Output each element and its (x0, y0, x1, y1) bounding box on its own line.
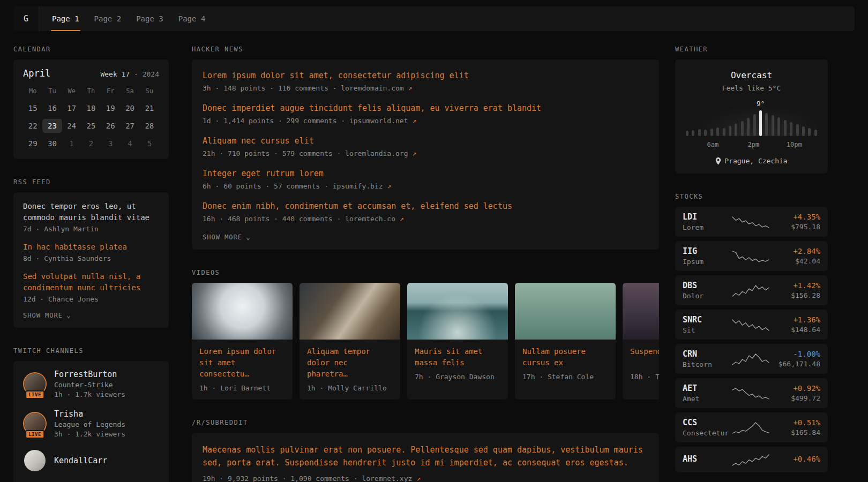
stock-change: +1.36% (771, 315, 820, 324)
stock-sparkline (730, 317, 771, 332)
external-link-icon[interactable]: ↗ (400, 215, 404, 223)
stock-row[interactable]: IIG Ipsum +2.84% $42.04 (675, 241, 828, 271)
external-link-icon[interactable]: ↗ (412, 149, 416, 157)
hn-meta-text: 1d · 1,414 points · 299 comments · ipsum… (203, 117, 408, 125)
calendar-week: Week 17 (100, 70, 130, 78)
hn-item: Lorem ipsum dolor sit amet, consectetur … (203, 70, 648, 92)
hn-show-more-button[interactable]: SHOW MORE ⌄ (203, 234, 648, 241)
videos-row: Lorem ipsum dolor sit amet consectetu… 1… (192, 283, 659, 400)
calendar-day: 22 (23, 119, 42, 133)
widget-label: WEATHER (675, 46, 828, 53)
stock-row[interactable]: AHS +0.46% (675, 447, 828, 472)
stock-row[interactable]: CRN Bitcorn -1.00% $66,171.48 (675, 344, 828, 374)
twitch-channel-name: ForrestBurton (54, 370, 125, 379)
rss-item-meta: 7d · Ashlyn Martin (23, 225, 159, 233)
twitch-channel-row[interactable]: LIVE Trisha League of Legends 3h · 1.2k … (23, 409, 159, 438)
external-link-icon[interactable]: ↗ (412, 117, 416, 125)
widget-label: STOCKS (675, 193, 828, 200)
hn-item-title[interactable]: Aliquam nec cursus elit (203, 135, 648, 147)
stock-sparkline (730, 214, 771, 229)
video-card[interactable]: Aliquam tempor dolor nec pharetra… 1h · … (300, 283, 400, 400)
twitch-widget: TWITCH CHANNELS LIVE ForrestBurton Count… (13, 347, 169, 482)
rss-item: In hac habitasse platea 8d · Cynthia Sau… (23, 242, 159, 262)
tab-label: Page 2 (94, 14, 122, 23)
calendar-day-next-month: 1 (62, 137, 81, 150)
hn-item-meta: 1d · 1,414 points · 299 comments · ipsum… (203, 117, 648, 125)
rss-item-title[interactable]: In hac habitasse platea (23, 242, 159, 253)
stock-row[interactable]: AET Amet +0.92% $499.72 (675, 378, 828, 408)
external-link-icon[interactable]: ↗ (387, 182, 391, 190)
weather-bar (692, 130, 694, 136)
hn-item-title[interactable]: Donec enim nibh, condimentum et accumsan… (203, 201, 648, 212)
stock-id: CCS Consectetur (683, 418, 730, 437)
hn-meta-text: 3h · 148 points · 116 comments · loremdo… (203, 84, 404, 92)
video-body: Aliquam tempor dolor nec pharetra… 1h · … (300, 340, 400, 400)
hn-item-title[interactable]: Lorem ipsum dolor sit amet, consectetur … (203, 70, 648, 81)
external-link-icon[interactable]: ↗ (416, 475, 421, 482)
video-thumbnail (192, 283, 293, 340)
stock-values: +2.84% $42.04 (771, 247, 820, 265)
hn-item-meta: 3h · 148 points · 116 comments · loremdo… (203, 84, 648, 92)
video-card[interactable]: Suspendisse diam 18h · Tara (623, 283, 659, 400)
weather-location[interactable]: Prague, Czechia (685, 157, 818, 165)
rss-item-title[interactable]: Donec tempor eros leo, ut commodo mauris… (23, 201, 159, 223)
videos-widget: VIDEOS Lorem ipsum dolor sit amet consec… (192, 269, 659, 400)
stock-values: -1.00% $66,171.48 (771, 350, 820, 368)
external-link-icon[interactable]: ↗ (408, 84, 413, 92)
weather-card: Overcast Feels like 5°C 9° 6am 2pm 10pm … (675, 59, 828, 174)
weather-bar (808, 128, 811, 136)
tab-page-3[interactable]: Page 3 (135, 6, 164, 31)
rss-item-meta: 12d · Chance Jones (23, 295, 159, 303)
twitch-channel-info: ForrestBurton Counter-Strike 1h · 1.7k v… (54, 370, 125, 398)
video-card[interactable]: Nullam posuere cursus ex 17h · Stefan Co… (515, 283, 616, 400)
weather-feels-like: Feels like 5°C (685, 84, 818, 92)
stock-row[interactable]: SNRC Sit +1.36% $148.64 (675, 310, 828, 340)
stock-price: $165.84 (771, 428, 820, 436)
stock-change: +0.46% (771, 455, 820, 463)
video-meta: 17h · Stefan Cole (522, 373, 608, 381)
calendar-day-selected: 23 (42, 119, 62, 133)
tab-page-2[interactable]: Page 2 (93, 6, 123, 31)
weather-bar (710, 129, 713, 136)
weather-bar (704, 130, 707, 136)
hn-item-title[interactable]: Donec imperdiet augue tincidunt felis al… (203, 103, 648, 114)
video-card[interactable]: Mauris sit amet massa felis 7h · Grayson… (407, 283, 508, 400)
weather-bar (729, 126, 731, 136)
stock-row[interactable]: CCS Consectetur +0.51% $165.84 (675, 412, 828, 442)
stock-row[interactable]: DBS Dolor +1.42% $156.28 (675, 275, 828, 305)
stock-ticker: LDI (683, 212, 730, 222)
stock-row[interactable]: LDI Lorem +4.35% $795.18 (675, 207, 828, 237)
weather-location-text: Prague, Czechia (724, 157, 787, 165)
stocks-list: LDI Lorem +4.35% $795.18 IIG Ipsum (675, 207, 828, 472)
tab-page-4[interactable]: Page 4 (177, 6, 207, 31)
widget-label: CALENDAR (13, 46, 169, 53)
weather-bar (716, 127, 719, 136)
subreddit-post-title[interactable]: Maecenas mollis pulvinar erat non posuer… (203, 443, 648, 469)
stock-change: +0.92% (771, 384, 820, 393)
hn-item: Donec enim nibh, condimentum et accumsan… (203, 201, 648, 223)
twitch-channel-row[interactable]: LIVE ForrestBurton Counter-Strike 1h · 1… (23, 370, 159, 398)
stock-ticker: SNRC (683, 315, 730, 325)
twitch-channel-row[interactable]: KendallCarr (23, 449, 159, 472)
calendar-day: 29 (23, 137, 42, 150)
widget-label: /R/SUBREDDIT (192, 419, 659, 426)
video-card[interactable]: Lorem ipsum dolor sit amet consectetu… 1… (192, 283, 293, 400)
hn-item-title[interactable]: Integer eget rutrum lorem (203, 168, 648, 179)
stock-values: +0.51% $165.84 (771, 418, 820, 436)
rss-item-title[interactable]: Sed volutpat nulla nisl, a condimentum n… (23, 271, 159, 293)
weather-widget: WEATHER Overcast Feels like 5°C 9° 6am 2… (675, 46, 828, 174)
stock-values: +1.36% $148.64 (771, 315, 820, 334)
tab-label: Page 1 (52, 14, 79, 23)
twitch-channel-meta: 1h · 1.7k viewers (54, 390, 125, 398)
hn-meta-text: 6h · 60 points · 57 comments · ipsumify.… (203, 182, 383, 190)
twitch-channel-game: League of Legends (54, 420, 125, 428)
tab-page-1[interactable]: Page 1 (51, 6, 80, 31)
hn-item: Aliquam nec cursus elit 21h · 710 points… (203, 135, 648, 157)
stock-values: +4.35% $795.18 (771, 213, 820, 231)
rss-item: Sed volutpat nulla nisl, a condimentum n… (23, 271, 159, 303)
app-logo[interactable]: G (13, 6, 39, 31)
show-more-label: SHOW MORE (203, 234, 242, 241)
rss-show-more-button[interactable]: SHOW MORE ⌄ (23, 312, 159, 319)
stock-name: Ipsum (683, 258, 730, 266)
weather-bar (814, 130, 817, 136)
